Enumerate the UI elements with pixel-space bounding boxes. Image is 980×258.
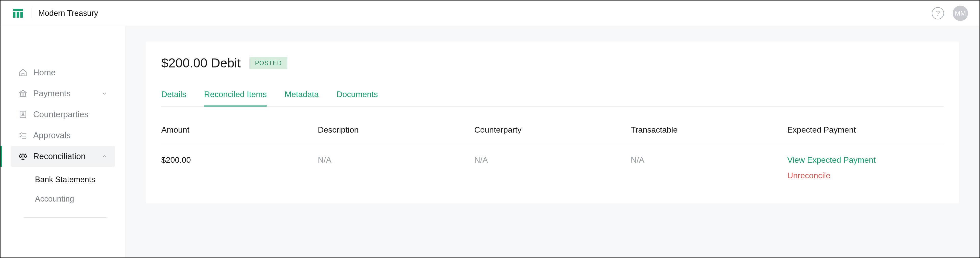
svg-rect-0 bbox=[13, 9, 23, 11]
sidebar: Home Payments Counterparties bbox=[0, 26, 126, 258]
sidebar-item-payments[interactable]: Payments bbox=[11, 83, 115, 104]
sidebar-item-label: Reconciliation bbox=[33, 151, 86, 161]
table-row: $200.00 N/A N/A N/A View Expected Paymen… bbox=[161, 145, 944, 181]
sidebar-divider bbox=[24, 217, 107, 218]
cell-amount: $200.00 bbox=[161, 145, 318, 181]
main-content: $200.00 Debit POSTED Details Reconciled … bbox=[126, 26, 980, 258]
header-right: ? MM bbox=[932, 6, 968, 21]
reconciled-items-table: Amount Description Counterparty Transact… bbox=[161, 121, 944, 180]
svg-point-5 bbox=[22, 113, 24, 115]
table-header-row: Amount Description Counterparty Transact… bbox=[161, 121, 944, 145]
chevron-up-icon bbox=[101, 153, 107, 159]
status-badge: POSTED bbox=[249, 57, 287, 69]
tab-metadata[interactable]: Metadata bbox=[285, 90, 318, 106]
question-mark-icon: ? bbox=[936, 9, 940, 18]
contact-icon bbox=[18, 110, 27, 119]
logo-icon bbox=[12, 7, 24, 19]
brand-name: Modern Treasury bbox=[38, 9, 98, 18]
sidebar-item-counterparties[interactable]: Counterparties bbox=[11, 104, 115, 125]
help-icon[interactable]: ? bbox=[932, 7, 944, 19]
sidebar-item-label: Approvals bbox=[33, 131, 71, 140]
nav-list: Home Payments Counterparties bbox=[0, 62, 125, 167]
checklist-icon bbox=[18, 131, 27, 140]
chevron-down-icon bbox=[101, 91, 107, 97]
bank-icon bbox=[18, 89, 27, 98]
content-card: $200.00 Debit POSTED Details Reconciled … bbox=[146, 41, 959, 203]
tabs: Details Reconciled Items Metadata Docume… bbox=[161, 90, 944, 107]
logo[interactable] bbox=[12, 7, 24, 19]
cell-transactable: N/A bbox=[631, 145, 788, 181]
col-transactable: Transactable bbox=[631, 121, 788, 145]
sidebar-item-label: Payments bbox=[33, 89, 71, 98]
tab-reconciled-items[interactable]: Reconciled Items bbox=[204, 90, 267, 106]
sidebar-item-approvals[interactable]: Approvals bbox=[11, 125, 115, 146]
svg-rect-1 bbox=[13, 12, 16, 18]
tab-documents[interactable]: Documents bbox=[337, 90, 378, 106]
scales-icon bbox=[18, 152, 27, 161]
cell-description: N/A bbox=[318, 145, 474, 181]
header-divider bbox=[31, 7, 31, 19]
page-title: $200.00 Debit bbox=[161, 56, 241, 70]
col-expected-payment: Expected Payment bbox=[788, 121, 944, 145]
svg-rect-2 bbox=[17, 12, 19, 18]
tab-details[interactable]: Details bbox=[161, 90, 186, 106]
header-left: Modern Treasury bbox=[12, 7, 98, 19]
view-expected-payment-link[interactable]: View Expected Payment bbox=[788, 155, 944, 165]
col-counterparty: Counterparty bbox=[474, 121, 631, 145]
col-amount: Amount bbox=[161, 121, 318, 145]
reconciliation-subnav: Bank Statements Accounting bbox=[0, 170, 125, 209]
home-icon bbox=[18, 68, 27, 77]
sidebar-item-home[interactable]: Home bbox=[11, 62, 115, 83]
header: Modern Treasury ? MM bbox=[0, 0, 980, 26]
unreconcile-link[interactable]: Unreconcile bbox=[788, 171, 944, 180]
sidebar-item-label: Home bbox=[33, 68, 56, 77]
col-description: Description bbox=[318, 121, 474, 145]
sidebar-item-label: Counterparties bbox=[33, 110, 88, 119]
cell-expected-payment: View Expected Payment Unreconcile bbox=[788, 145, 944, 181]
svg-rect-3 bbox=[21, 12, 23, 18]
title-row: $200.00 Debit POSTED bbox=[161, 56, 944, 70]
subnav-item-accounting[interactable]: Accounting bbox=[24, 189, 125, 209]
sidebar-item-reconciliation[interactable]: Reconciliation bbox=[11, 146, 115, 167]
cell-counterparty: N/A bbox=[474, 145, 631, 181]
avatar[interactable]: MM bbox=[953, 6, 968, 21]
subnav-item-bank-statements[interactable]: Bank Statements bbox=[24, 170, 125, 189]
